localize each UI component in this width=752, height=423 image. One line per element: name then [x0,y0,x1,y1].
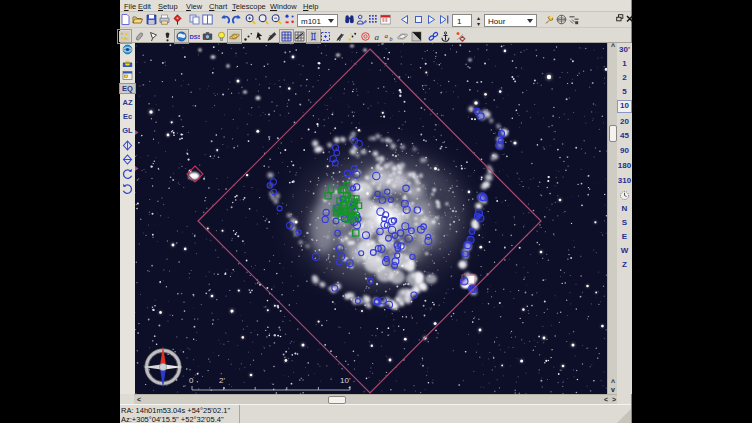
svg-text:a: a [375,32,380,42]
svg-text:10': 10' [340,376,351,385]
svg-text:0: 0 [189,376,194,385]
svg-text:a: a [385,32,389,40]
svg-text:2': 2' [219,376,225,385]
svg-text:DSS: DSS [190,34,201,40]
svg-text:b: b [390,36,393,42]
